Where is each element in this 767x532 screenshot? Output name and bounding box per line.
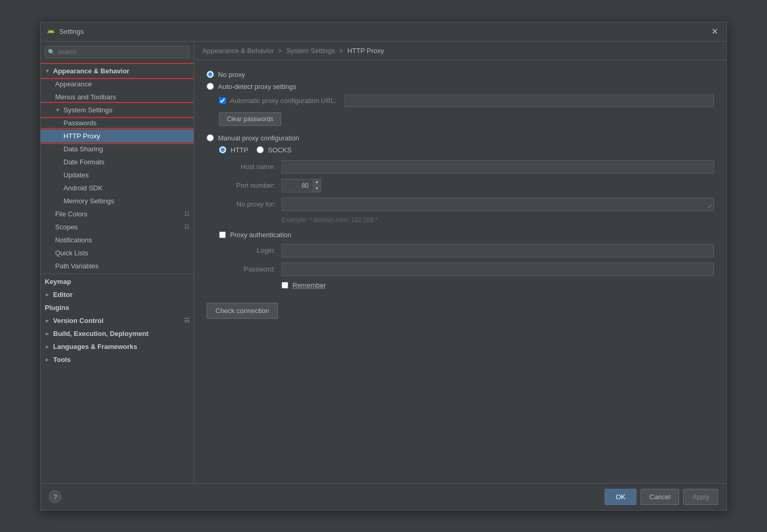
content-area: No proxy Auto-detect proxy settings Auto…	[194, 60, 726, 483]
main-content: 🔍 ▼ Appearance & Behavior Appearance Men…	[41, 42, 726, 483]
breadcrumb-part1: Appearance & Behavior	[202, 47, 274, 55]
sidebar-item-tools[interactable]: ► Tools	[41, 353, 194, 366]
port-input-wrap: ▲ ▼	[282, 179, 321, 192]
sidebar-item-system-settings[interactable]: ▼ System Settings	[41, 103, 194, 116]
port-number-row: Port number: ▲ ▼	[219, 179, 714, 192]
sidebar-item-build-execution[interactable]: ► Build, Execution, Deployment	[41, 327, 194, 340]
file-colors-badge: ☷	[184, 211, 189, 217]
sidebar: 🔍 ▼ Appearance & Behavior Appearance Men…	[41, 42, 194, 483]
sidebar-item-file-colors[interactable]: File Colors ☷	[41, 207, 194, 220]
sidebar-item-appearance-behavior[interactable]: ▼ Appearance & Behavior	[41, 64, 194, 77]
proxy-auth-label[interactable]: Proxy authentication	[230, 231, 291, 239]
auto-detect-label[interactable]: Auto-detect proxy settings	[218, 83, 296, 90]
http-radio-row: HTTP	[219, 146, 248, 154]
manual-proxy-label[interactable]: Manual proxy configuration	[218, 134, 299, 142]
password-input[interactable]	[282, 263, 714, 276]
remember-checkbox[interactable]	[282, 282, 288, 289]
title-bar: Settings ✕	[41, 22, 726, 42]
port-number-label: Port number:	[219, 181, 282, 189]
proxy-auth-row: Proxy authentication	[219, 231, 714, 239]
settings-dialog: Settings ✕ 🔍 ▼ Appearance & Behavior App…	[40, 22, 727, 511]
sidebar-item-memory-settings[interactable]: Memory Settings	[41, 194, 194, 207]
search-input[interactable]	[45, 46, 189, 58]
login-input[interactable]	[282, 244, 714, 257]
auto-proxy-checkbox[interactable]	[219, 97, 226, 104]
apply-button[interactable]: Apply	[683, 489, 718, 505]
password-label: Password:	[219, 265, 282, 273]
host-name-label: Host name:	[219, 163, 282, 171]
sidebar-item-version-control[interactable]: ► Version Control ☷	[41, 314, 194, 327]
breadcrumb-part2: System Settings	[286, 47, 335, 55]
sidebar-item-android-sdk[interactable]: Android SDK	[41, 181, 194, 194]
help-button[interactable]: ?	[49, 490, 61, 503]
cancel-button[interactable]: Cancel	[641, 489, 679, 505]
ok-button[interactable]: OK	[605, 489, 636, 505]
breadcrumb-part3: HTTP Proxy	[347, 47, 384, 55]
breadcrumb-sep2: >	[339, 47, 343, 55]
sidebar-item-updates[interactable]: Updates	[41, 168, 194, 181]
remember-label[interactable]: Remember	[292, 281, 326, 289]
sidebar-item-menus-toolbars[interactable]: Menus and Toolbars	[41, 90, 194, 103]
chevron-right-icon: ►	[45, 344, 51, 349]
no-proxy-radio[interactable]	[207, 71, 214, 78]
sidebar-item-keymap[interactable]: Keymap	[41, 275, 194, 288]
breadcrumb-sep1: >	[278, 47, 282, 55]
sidebar-item-plugins[interactable]: Plugins	[41, 301, 194, 314]
port-spinners: ▲ ▼	[313, 179, 321, 192]
close-button[interactable]: ✕	[709, 27, 720, 37]
port-input[interactable]	[282, 179, 313, 192]
host-name-input[interactable]	[282, 160, 714, 174]
no-proxy-for-row: No proxy for: ⤢	[219, 198, 714, 211]
sidebar-item-scopes[interactable]: Scopes ☷	[41, 220, 194, 233]
manual-proxy-radio[interactable]	[207, 134, 214, 141]
version-control-badge: ☷	[184, 317, 189, 324]
search-box: 🔍	[45, 46, 189, 58]
auto-proxy-config-section: Automatic proxy configuration URL: Clear…	[207, 95, 714, 132]
breadcrumb: Appearance & Behavior > System Settings …	[194, 42, 726, 60]
socks-label[interactable]: SOCKS	[268, 146, 292, 154]
check-connection-button[interactable]: Check connection	[207, 303, 278, 319]
title-bar-left: Settings	[47, 28, 84, 36]
auto-detect-radio[interactable]	[207, 83, 214, 90]
chevron-right-icon: ►	[45, 357, 51, 362]
auto-proxy-config-label: Automatic proxy configuration URL:	[230, 97, 336, 105]
socks-radio[interactable]	[257, 146, 264, 153]
port-decrement-button[interactable]: ▼	[313, 185, 321, 192]
sidebar-item-passwords[interactable]: Passwords	[41, 116, 194, 129]
search-icon: 🔍	[48, 48, 55, 55]
port-increment-button[interactable]: ▲	[313, 179, 321, 186]
clear-passwords-button[interactable]: Clear passwords	[219, 112, 281, 126]
chevron-right-icon: ►	[45, 318, 51, 323]
right-panel: Appearance & Behavior > System Settings …	[194, 42, 726, 483]
no-proxy-row: No proxy	[207, 71, 714, 79]
android-icon	[47, 28, 55, 36]
chevron-down-icon: ▼	[55, 107, 61, 113]
sidebar-item-path-variables[interactable]: Path Variables	[41, 259, 194, 273]
scopes-badge: ☷	[184, 224, 189, 230]
proxy-auth-checkbox[interactable]	[219, 231, 226, 238]
manual-proxy-section: HTTP SOCKS Host name: Port	[207, 146, 714, 289]
sidebar-item-editor[interactable]: ► Editor	[41, 288, 194, 301]
host-name-row: Host name:	[219, 160, 714, 174]
http-socks-row: HTTP SOCKS	[219, 146, 714, 154]
chevron-down-icon: ▼	[45, 68, 51, 74]
sidebar-item-data-sharing[interactable]: Data Sharing	[41, 142, 194, 155]
sidebar-item-languages-frameworks[interactable]: ► Languages & Frameworks	[41, 340, 194, 353]
proxy-url-input[interactable]	[344, 95, 714, 107]
sidebar-item-quick-lists[interactable]: Quick Lists	[41, 246, 194, 259]
no-proxy-label[interactable]: No proxy	[218, 71, 245, 79]
sidebar-item-notifications[interactable]: Notifications	[41, 233, 194, 246]
auto-detect-row: Auto-detect proxy settings	[207, 83, 714, 90]
sidebar-item-appearance[interactable]: Appearance	[41, 77, 194, 90]
login-row: Login:	[219, 244, 714, 257]
http-radio[interactable]	[219, 146, 226, 153]
chevron-right-icon: ►	[45, 331, 51, 336]
manual-proxy-row: Manual proxy configuration	[207, 134, 714, 142]
example-text: Example: *.domain.com, 192.168.*	[282, 216, 714, 224]
expand-icon: ⤢	[708, 203, 712, 209]
login-label: Login:	[219, 246, 282, 254]
sidebar-item-date-formats[interactable]: Date Formats	[41, 155, 194, 168]
http-label[interactable]: HTTP	[231, 146, 248, 154]
no-proxy-for-input[interactable]	[282, 198, 714, 211]
sidebar-item-http-proxy[interactable]: HTTP Proxy	[41, 129, 194, 142]
